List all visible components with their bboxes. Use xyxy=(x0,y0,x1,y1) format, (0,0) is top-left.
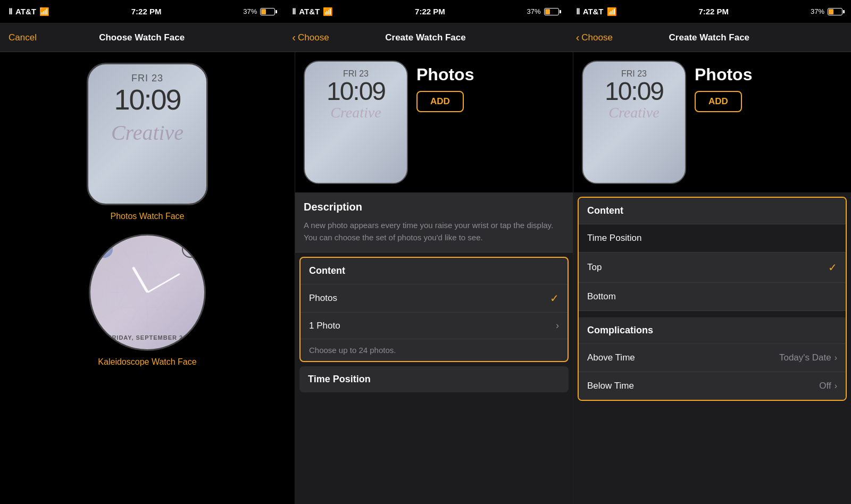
signal-icon-3: Ⅱ xyxy=(576,7,580,16)
status-bars: Ⅱ AT&T 📶 7:22 PM 37% Ⅱ AT&T 📶 7:22 PM 37… xyxy=(0,0,851,23)
settings-panel: Content Time Position Top ✓ Bottom Compl… xyxy=(578,197,847,401)
one-photo-arrow: › xyxy=(556,320,559,331)
content-row-photos[interactable]: Photos ✓ xyxy=(301,284,568,313)
settings-bottom-row[interactable]: Bottom xyxy=(579,283,846,311)
settings-time-position-label: Time Position xyxy=(587,233,641,243)
panel2-watch-script: Creative xyxy=(330,104,381,121)
wifi-icon-2: 📶 xyxy=(323,7,333,16)
minute-hand xyxy=(147,273,180,293)
photos-checkmark: ✓ xyxy=(550,292,559,305)
settings-below-time-label: Below Time xyxy=(587,381,634,391)
watch-preview-photos: FRI 23 10:09 Creative xyxy=(87,63,208,205)
add-button-3[interactable]: ADD xyxy=(695,91,742,112)
nav-bar-3: ‹ Choose Create Watch Face xyxy=(568,23,851,52)
nav-title-3: Create Watch Face xyxy=(669,32,749,43)
watch-time-photos: 10:09 xyxy=(114,85,180,114)
add-button-2[interactable]: ADD xyxy=(416,91,464,112)
settings-top-label: Top xyxy=(587,262,602,273)
panel3-watch-time: 10:09 xyxy=(605,79,663,104)
watch-info-3: Photos ADD xyxy=(695,61,842,112)
status-bar-1: Ⅱ AT&T 📶 7:22 PM 37% xyxy=(0,0,283,23)
above-time-value-text: Today's Date xyxy=(779,352,831,363)
carrier-3: Ⅱ AT&T 📶 xyxy=(576,7,617,16)
carrier-name-1: AT&T xyxy=(15,7,36,16)
watch-script-photos: Creative xyxy=(111,120,183,145)
content-header: Content xyxy=(301,258,568,284)
watch-preview-kaleidoscope: ⚙ ♡ FRIDAY, SEPTEMBER 23 xyxy=(89,234,206,351)
nav-title-1: Choose Watch Face xyxy=(99,32,185,43)
photos-label: Photos xyxy=(309,293,337,304)
time-2: 7:22 PM xyxy=(415,7,445,16)
watch-label-kaleidoscope: Kaleidoscope Watch Face xyxy=(98,357,196,367)
settings-above-time-value: Today's Date › xyxy=(779,352,837,363)
signal-icon-2: Ⅱ xyxy=(292,7,296,16)
battery-pct-2: 37% xyxy=(527,7,541,15)
back-choose-button-3[interactable]: ‹ Choose xyxy=(576,31,613,44)
nav-bars: Cancel Choose Watch Face ‹ Choose Create… xyxy=(0,23,851,52)
status-right-2: 37% xyxy=(527,7,559,15)
carrier-2: Ⅱ AT&T 📶 xyxy=(292,7,333,16)
time-position-section: Time Position xyxy=(299,366,569,392)
settings-time-position-row: Time Position xyxy=(579,224,846,253)
watch-date-photos: FRI 23 xyxy=(131,73,163,84)
settings-top-check: ✓ xyxy=(828,261,837,274)
chevron-left-icon-3: ‹ xyxy=(576,31,580,44)
settings-above-time-row[interactable]: Above Time Today's Date › xyxy=(579,344,846,372)
panel3-watch-script: Creative xyxy=(608,104,659,121)
battery-pct-1: 37% xyxy=(243,7,257,15)
description-title: Description xyxy=(304,201,564,213)
panel-choose-watch-face: FRI 23 10:09 Creative Photos Watch Face xyxy=(0,52,295,504)
panel2-watch-preview: FRI 23 10:09 Creative xyxy=(304,61,408,184)
time-position-label: Time Position xyxy=(308,374,371,385)
content-row-1photo[interactable]: 1 Photo › xyxy=(301,313,568,339)
cancel-button[interactable]: Cancel xyxy=(9,32,37,43)
settings-below-time-value: Off › xyxy=(819,381,837,391)
panel-settings: FRI 23 10:09 Creative Photos ADD Content… xyxy=(573,52,851,504)
time-3: 7:22 PM xyxy=(698,7,729,16)
battery-pct-3: 37% xyxy=(811,7,824,15)
below-time-chevron: › xyxy=(835,381,837,391)
panel-create-watch-face: FRI 23 10:09 Creative Photos ADD Descrip… xyxy=(295,52,573,504)
battery-icon-2 xyxy=(544,8,559,15)
kaleidoscope-date: FRIDAY, SEPTEMBER 23 xyxy=(90,334,204,341)
settings-below-time-row[interactable]: Below Time Off › xyxy=(579,372,846,400)
description-text: A new photo appears every time you raise… xyxy=(304,220,564,243)
nav-bar-2: ‹ Choose Create Watch Face xyxy=(283,23,567,52)
nav-title-2: Create Watch Face xyxy=(385,32,465,43)
wifi-icon-3: 📶 xyxy=(607,7,617,16)
settings-top-row[interactable]: Top ✓ xyxy=(579,253,846,283)
watch-info-title-2: Photos xyxy=(416,65,564,85)
panel2-top: FRI 23 10:09 Creative Photos ADD xyxy=(295,52,573,192)
watch-info-title-3: Photos xyxy=(695,65,842,85)
nav-bar-1: Cancel Choose Watch Face xyxy=(0,23,283,52)
list-item-kaleidoscope[interactable]: ⚙ ♡ FRIDAY, SEPTEMBER 23 Kaleidoscope Wa… xyxy=(9,234,286,367)
clock-face xyxy=(99,245,195,340)
carrier-name-3: AT&T xyxy=(583,7,604,16)
battery-icon-3 xyxy=(828,8,842,15)
settings-bottom-label: Bottom xyxy=(587,291,616,302)
watch-info-2: Photos ADD xyxy=(416,61,564,112)
status-right-1: 37% xyxy=(243,7,275,15)
content-hint: Choose up to 24 photos. xyxy=(301,339,568,361)
settings-complications-title: Complications xyxy=(579,317,846,344)
main-panels: FRI 23 10:09 Creative Photos Watch Face xyxy=(0,52,851,504)
hour-hand xyxy=(131,266,148,293)
battery-icon-1 xyxy=(260,8,275,15)
list-item-photos[interactable]: FRI 23 10:09 Creative Photos Watch Face xyxy=(9,63,286,221)
one-photo-label: 1 Photo xyxy=(309,321,340,331)
wifi-icon-1: 📶 xyxy=(39,7,49,16)
carrier-name-2: AT&T xyxy=(299,7,320,16)
below-time-value-text: Off xyxy=(819,381,831,391)
panel3-watch-preview: FRI 23 10:09 Creative xyxy=(582,61,686,184)
carrier-1: Ⅱ AT&T 📶 xyxy=(9,7,49,16)
back-choose-button-2[interactable]: ‹ Choose xyxy=(292,31,329,44)
status-bar-2: Ⅱ AT&T 📶 7:22 PM 37% xyxy=(283,0,567,23)
signal-icon-1: Ⅱ xyxy=(9,7,12,16)
time-1: 7:22 PM xyxy=(131,7,162,16)
status-bar-3: Ⅱ AT&T 📶 7:22 PM 37% xyxy=(568,0,851,23)
panel2-watch-time: 10:09 xyxy=(327,79,385,104)
panel3-top: FRI 23 10:09 Creative Photos ADD xyxy=(573,52,851,192)
watch-label-photos: Photos Watch Face xyxy=(110,212,184,221)
description-box: Description A new photo appears every ti… xyxy=(295,192,573,253)
status-right-3: 37% xyxy=(811,7,842,15)
